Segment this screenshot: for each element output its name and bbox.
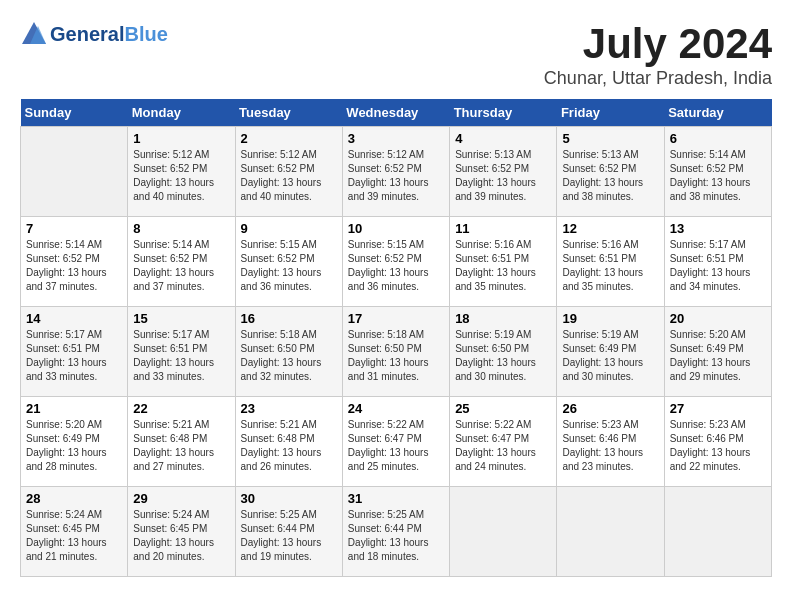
- cell-info: Sunrise: 5:16 AMSunset: 6:51 PMDaylight:…: [562, 238, 658, 294]
- calendar-cell: 18Sunrise: 5:19 AMSunset: 6:50 PMDayligh…: [450, 307, 557, 397]
- day-number: 17: [348, 311, 444, 326]
- calendar-cell: 1Sunrise: 5:12 AMSunset: 6:52 PMDaylight…: [128, 127, 235, 217]
- cell-info: Sunrise: 5:25 AMSunset: 6:44 PMDaylight:…: [241, 508, 337, 564]
- day-number: 25: [455, 401, 551, 416]
- weekday-header-saturday: Saturday: [664, 99, 771, 127]
- day-number: 16: [241, 311, 337, 326]
- calendar-cell: 28Sunrise: 5:24 AMSunset: 6:45 PMDayligh…: [21, 487, 128, 577]
- cell-info: Sunrise: 5:17 AMSunset: 6:51 PMDaylight:…: [26, 328, 122, 384]
- calendar-cell: 13Sunrise: 5:17 AMSunset: 6:51 PMDayligh…: [664, 217, 771, 307]
- weekday-header-row: SundayMondayTuesdayWednesdayThursdayFrid…: [21, 99, 772, 127]
- day-number: 19: [562, 311, 658, 326]
- calendar-cell: 17Sunrise: 5:18 AMSunset: 6:50 PMDayligh…: [342, 307, 449, 397]
- month-year-title: July 2024: [544, 20, 772, 68]
- day-number: 7: [26, 221, 122, 236]
- cell-info: Sunrise: 5:16 AMSunset: 6:51 PMDaylight:…: [455, 238, 551, 294]
- calendar-cell: 12Sunrise: 5:16 AMSunset: 6:51 PMDayligh…: [557, 217, 664, 307]
- cell-info: Sunrise: 5:19 AMSunset: 6:49 PMDaylight:…: [562, 328, 658, 384]
- weekday-header-sunday: Sunday: [21, 99, 128, 127]
- calendar-cell: 11Sunrise: 5:16 AMSunset: 6:51 PMDayligh…: [450, 217, 557, 307]
- day-number: 12: [562, 221, 658, 236]
- cell-info: Sunrise: 5:17 AMSunset: 6:51 PMDaylight:…: [670, 238, 766, 294]
- calendar-cell: 22Sunrise: 5:21 AMSunset: 6:48 PMDayligh…: [128, 397, 235, 487]
- header: GeneralBlue July 2024 Chunar, Uttar Prad…: [20, 20, 772, 89]
- cell-info: Sunrise: 5:12 AMSunset: 6:52 PMDaylight:…: [241, 148, 337, 204]
- calendar-cell: 5Sunrise: 5:13 AMSunset: 6:52 PMDaylight…: [557, 127, 664, 217]
- day-number: 5: [562, 131, 658, 146]
- day-number: 23: [241, 401, 337, 416]
- cell-info: Sunrise: 5:24 AMSunset: 6:45 PMDaylight:…: [133, 508, 229, 564]
- calendar-cell: 7Sunrise: 5:14 AMSunset: 6:52 PMDaylight…: [21, 217, 128, 307]
- calendar-cell: 8Sunrise: 5:14 AMSunset: 6:52 PMDaylight…: [128, 217, 235, 307]
- calendar-cell: [450, 487, 557, 577]
- title-area: July 2024 Chunar, Uttar Pradesh, India: [544, 20, 772, 89]
- cell-info: Sunrise: 5:24 AMSunset: 6:45 PMDaylight:…: [26, 508, 122, 564]
- calendar-cell: 6Sunrise: 5:14 AMSunset: 6:52 PMDaylight…: [664, 127, 771, 217]
- cell-info: Sunrise: 5:23 AMSunset: 6:46 PMDaylight:…: [562, 418, 658, 474]
- calendar-cell: 20Sunrise: 5:20 AMSunset: 6:49 PMDayligh…: [664, 307, 771, 397]
- week-row-1: 1Sunrise: 5:12 AMSunset: 6:52 PMDaylight…: [21, 127, 772, 217]
- weekday-header-monday: Monday: [128, 99, 235, 127]
- logo-general: General: [50, 23, 124, 45]
- cell-info: Sunrise: 5:13 AMSunset: 6:52 PMDaylight:…: [455, 148, 551, 204]
- day-number: 24: [348, 401, 444, 416]
- cell-info: Sunrise: 5:19 AMSunset: 6:50 PMDaylight:…: [455, 328, 551, 384]
- day-number: 27: [670, 401, 766, 416]
- calendar-cell: 29Sunrise: 5:24 AMSunset: 6:45 PMDayligh…: [128, 487, 235, 577]
- cell-info: Sunrise: 5:22 AMSunset: 6:47 PMDaylight:…: [455, 418, 551, 474]
- day-number: 6: [670, 131, 766, 146]
- calendar-cell: 19Sunrise: 5:19 AMSunset: 6:49 PMDayligh…: [557, 307, 664, 397]
- cell-info: Sunrise: 5:25 AMSunset: 6:44 PMDaylight:…: [348, 508, 444, 564]
- cell-info: Sunrise: 5:21 AMSunset: 6:48 PMDaylight:…: [133, 418, 229, 474]
- calendar-cell: 3Sunrise: 5:12 AMSunset: 6:52 PMDaylight…: [342, 127, 449, 217]
- day-number: 20: [670, 311, 766, 326]
- day-number: 15: [133, 311, 229, 326]
- day-number: 28: [26, 491, 122, 506]
- calendar-table: SundayMondayTuesdayWednesdayThursdayFrid…: [20, 99, 772, 577]
- day-number: 1: [133, 131, 229, 146]
- day-number: 14: [26, 311, 122, 326]
- cell-info: Sunrise: 5:12 AMSunset: 6:52 PMDaylight:…: [133, 148, 229, 204]
- cell-info: Sunrise: 5:12 AMSunset: 6:52 PMDaylight:…: [348, 148, 444, 204]
- calendar-cell: [557, 487, 664, 577]
- day-number: 29: [133, 491, 229, 506]
- cell-info: Sunrise: 5:21 AMSunset: 6:48 PMDaylight:…: [241, 418, 337, 474]
- calendar-cell: 2Sunrise: 5:12 AMSunset: 6:52 PMDaylight…: [235, 127, 342, 217]
- weekday-header-thursday: Thursday: [450, 99, 557, 127]
- day-number: 31: [348, 491, 444, 506]
- day-number: 2: [241, 131, 337, 146]
- calendar-cell: 26Sunrise: 5:23 AMSunset: 6:46 PMDayligh…: [557, 397, 664, 487]
- weekday-header-friday: Friday: [557, 99, 664, 127]
- day-number: 10: [348, 221, 444, 236]
- cell-info: Sunrise: 5:20 AMSunset: 6:49 PMDaylight:…: [26, 418, 122, 474]
- calendar-cell: 16Sunrise: 5:18 AMSunset: 6:50 PMDayligh…: [235, 307, 342, 397]
- logo-icon: [20, 20, 48, 48]
- calendar-cell: [21, 127, 128, 217]
- cell-info: Sunrise: 5:15 AMSunset: 6:52 PMDaylight:…: [241, 238, 337, 294]
- calendar-cell: 14Sunrise: 5:17 AMSunset: 6:51 PMDayligh…: [21, 307, 128, 397]
- cell-info: Sunrise: 5:15 AMSunset: 6:52 PMDaylight:…: [348, 238, 444, 294]
- calendar-cell: 10Sunrise: 5:15 AMSunset: 6:52 PMDayligh…: [342, 217, 449, 307]
- day-number: 18: [455, 311, 551, 326]
- cell-info: Sunrise: 5:18 AMSunset: 6:50 PMDaylight:…: [241, 328, 337, 384]
- day-number: 9: [241, 221, 337, 236]
- weekday-header-tuesday: Tuesday: [235, 99, 342, 127]
- cell-info: Sunrise: 5:17 AMSunset: 6:51 PMDaylight:…: [133, 328, 229, 384]
- day-number: 26: [562, 401, 658, 416]
- calendar-cell: 30Sunrise: 5:25 AMSunset: 6:44 PMDayligh…: [235, 487, 342, 577]
- calendar-cell: 31Sunrise: 5:25 AMSunset: 6:44 PMDayligh…: [342, 487, 449, 577]
- calendar-cell: 21Sunrise: 5:20 AMSunset: 6:49 PMDayligh…: [21, 397, 128, 487]
- day-number: 30: [241, 491, 337, 506]
- cell-info: Sunrise: 5:14 AMSunset: 6:52 PMDaylight:…: [670, 148, 766, 204]
- location-subtitle: Chunar, Uttar Pradesh, India: [544, 68, 772, 89]
- week-row-2: 7Sunrise: 5:14 AMSunset: 6:52 PMDaylight…: [21, 217, 772, 307]
- day-number: 8: [133, 221, 229, 236]
- cell-info: Sunrise: 5:20 AMSunset: 6:49 PMDaylight:…: [670, 328, 766, 384]
- calendar-cell: 9Sunrise: 5:15 AMSunset: 6:52 PMDaylight…: [235, 217, 342, 307]
- calendar-cell: 25Sunrise: 5:22 AMSunset: 6:47 PMDayligh…: [450, 397, 557, 487]
- calendar-cell: 23Sunrise: 5:21 AMSunset: 6:48 PMDayligh…: [235, 397, 342, 487]
- calendar-cell: 4Sunrise: 5:13 AMSunset: 6:52 PMDaylight…: [450, 127, 557, 217]
- logo-blue: Blue: [124, 23, 167, 45]
- cell-info: Sunrise: 5:14 AMSunset: 6:52 PMDaylight:…: [26, 238, 122, 294]
- day-number: 11: [455, 221, 551, 236]
